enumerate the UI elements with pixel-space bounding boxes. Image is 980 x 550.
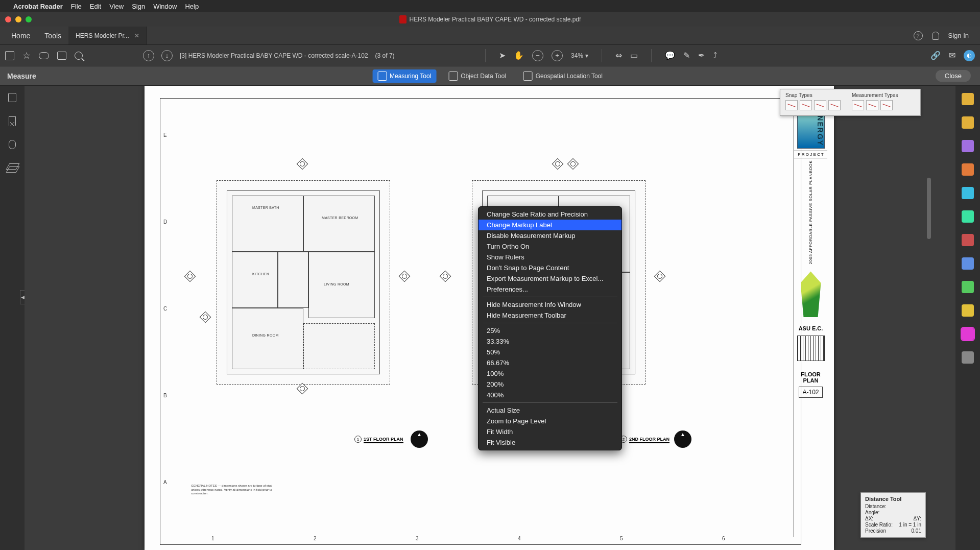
measuring-tool-button[interactable]: Measuring Tool	[372, 69, 436, 83]
snap-endpoint-button[interactable]	[785, 100, 798, 110]
tab-close-icon[interactable]: ✕	[134, 32, 139, 39]
ctx-turn-ortho-on[interactable]: Turn Ortho On	[479, 241, 622, 252]
ctx-hide-toolbar[interactable]: Hide Measurement Toolbar	[479, 310, 622, 321]
share-forward-icon[interactable]: ⤴	[713, 51, 717, 60]
ctx-change-markup-label[interactable]: Change Markup Label	[479, 220, 622, 230]
close-button[interactable]: Close	[936, 70, 971, 82]
ctx-fit-visible[interactable]: Fit Visible	[479, 437, 622, 448]
sign-icon[interactable]: ✒	[698, 51, 705, 60]
menu-view[interactable]: View	[109, 3, 124, 10]
snap-path-button[interactable]	[828, 100, 841, 110]
vertical-scrollbar-thumb[interactable]	[927, 178, 931, 239]
tool-convert-pdf-icon[interactable]	[962, 304, 974, 317]
ctx-disable-measurement-markup[interactable]: Disable Measurement Markup	[479, 230, 622, 241]
window-zoom-button[interactable]	[26, 16, 32, 22]
tool-protect-icon[interactable]	[962, 257, 974, 270]
ctx-zoom-400[interactable]: 400%	[479, 390, 622, 400]
page-down-icon[interactable]: ↓	[161, 50, 173, 61]
bookmarks-icon[interactable]	[9, 116, 16, 126]
ctx-change-scale[interactable]: Change Scale Ratio and Precision	[479, 209, 622, 220]
ctx-show-rulers[interactable]: Show Rulers	[479, 252, 622, 262]
select-tool-icon[interactable]: ➤	[499, 51, 506, 60]
menu-window[interactable]: Window	[153, 3, 177, 10]
tool-comment-icon[interactable]	[962, 163, 974, 176]
window-minimize-button[interactable]	[15, 16, 21, 22]
hand-tool-icon[interactable]: ✋	[514, 51, 524, 60]
ctx-zoom-200[interactable]: 200%	[479, 379, 622, 390]
zoom-value[interactable]: 34% ▾	[571, 52, 588, 59]
app-name[interactable]: Acrobat Reader	[13, 3, 63, 10]
menu-edit[interactable]: Edit	[90, 3, 101, 10]
ctx-zoom-page-level[interactable]: Zoom to Page Level	[479, 416, 622, 426]
geospatial-tool-button[interactable]: Geospatial Location Tool	[518, 69, 608, 83]
zoom-in-icon[interactable]: +	[552, 50, 563, 61]
tab-document[interactable]: HERS Modeler Pr... ✕	[68, 27, 147, 44]
notifications-icon[interactable]	[932, 32, 939, 40]
attachments-icon[interactable]	[9, 140, 16, 149]
link-icon[interactable]: 🔗	[930, 51, 941, 60]
ctx-zoom-50[interactable]: 50%	[479, 347, 622, 357]
measuring-tool-label: Measuring Tool	[390, 73, 431, 80]
ctx-fit-width[interactable]: Fit Width	[479, 426, 622, 437]
print-icon[interactable]	[57, 52, 66, 60]
star-icon[interactable]: ☆	[22, 50, 31, 61]
highlight-icon[interactable]: ✎	[683, 51, 690, 60]
tool-edit-pdf-icon[interactable]	[962, 116, 974, 129]
room-master-bedroom: MASTER BEDROOM	[322, 216, 358, 220]
snap-types-label: Snap Types	[785, 92, 841, 98]
thumbnails-icon[interactable]	[8, 93, 16, 102]
help-icon[interactable]: ?	[914, 31, 923, 40]
zoom-out-icon[interactable]: −	[532, 50, 543, 61]
ctx-dont-snap[interactable]: Don't Snap to Page Content	[479, 262, 622, 273]
ctx-separator-1	[483, 297, 617, 297]
tool-more-icon[interactable]	[962, 351, 974, 364]
measurement-types-panel[interactable]: Snap Types Measurement Types	[780, 89, 921, 116]
window-close-button[interactable]	[5, 16, 11, 22]
tool-export-pdf-icon[interactable]	[962, 140, 974, 152]
snap-intersection-button[interactable]	[814, 100, 826, 110]
sheet-title: FLOOR PLAN	[794, 371, 827, 384]
tool-redact-icon[interactable]	[962, 234, 974, 246]
comment-icon[interactable]: 💬	[665, 51, 675, 60]
precision-label: Precision	[865, 528, 886, 534]
search-icon[interactable]	[75, 52, 83, 60]
ctx-actual-size[interactable]: Actual Size	[479, 405, 622, 416]
save-icon[interactable]	[5, 51, 14, 60]
distance-tool-panel[interactable]: Distance Tool Distance: Angle: ΔX:ΔY: Sc…	[861, 492, 926, 538]
layers-icon[interactable]	[8, 163, 17, 173]
mail-icon[interactable]: ✉	[949, 51, 955, 60]
ctx-zoom-100[interactable]: 100%	[479, 368, 622, 379]
menu-help[interactable]: Help	[185, 3, 199, 10]
ctx-zoom-33[interactable]: 33.33%	[479, 336, 622, 347]
page-up-icon[interactable]: ↑	[143, 50, 154, 61]
tool-create-pdf-icon[interactable]	[962, 93, 974, 105]
snap-midpoint-button[interactable]	[800, 100, 812, 110]
left-navigation-rail: ◀	[0, 86, 25, 550]
sign-in-button[interactable]: Sign In	[948, 32, 969, 39]
fit-page-icon[interactable]: ▭	[630, 51, 638, 60]
menu-file[interactable]: File	[71, 3, 82, 10]
ctx-zoom-25[interactable]: 25%	[479, 325, 622, 336]
tool-fill-sign-icon[interactable]	[962, 281, 974, 293]
cloud-upload-icon[interactable]	[39, 52, 49, 59]
account-avatar-icon[interactable]: ◐	[964, 50, 975, 61]
traffic-lights	[5, 16, 32, 22]
measure-distance-button[interactable]	[852, 100, 864, 110]
tab-tools[interactable]: Tools	[37, 27, 68, 44]
tool-compress-icon[interactable]	[962, 210, 974, 223]
ctx-export-excel[interactable]: Export Measurement Markup to Excel...	[479, 273, 622, 284]
ctx-zoom-66[interactable]: 66.67%	[479, 357, 622, 368]
tool-organize-icon[interactable]	[962, 187, 974, 199]
fit-width-icon[interactable]: ⇔	[615, 51, 622, 60]
tab-home[interactable]: Home	[4, 27, 37, 44]
ctx-preferences[interactable]: Preferences...	[479, 284, 622, 295]
tool-measure-icon[interactable]	[962, 328, 974, 340]
page-doc-label: [3] HERS Modeler Practical BABY CAPE WD …	[180, 52, 368, 59]
general-notes: GENERAL NOTES — dimensions shown are to …	[191, 484, 278, 495]
ctx-hide-info[interactable]: Hide Measurement Info Window	[479, 299, 622, 310]
measure-area-button[interactable]	[880, 100, 893, 110]
measure-perimeter-button[interactable]	[866, 100, 878, 110]
scale-ratio-label: Scale Ratio:	[865, 522, 893, 528]
object-data-tool-button[interactable]: Object Data Tool	[443, 69, 511, 83]
menu-sign[interactable]: Sign	[132, 3, 145, 10]
